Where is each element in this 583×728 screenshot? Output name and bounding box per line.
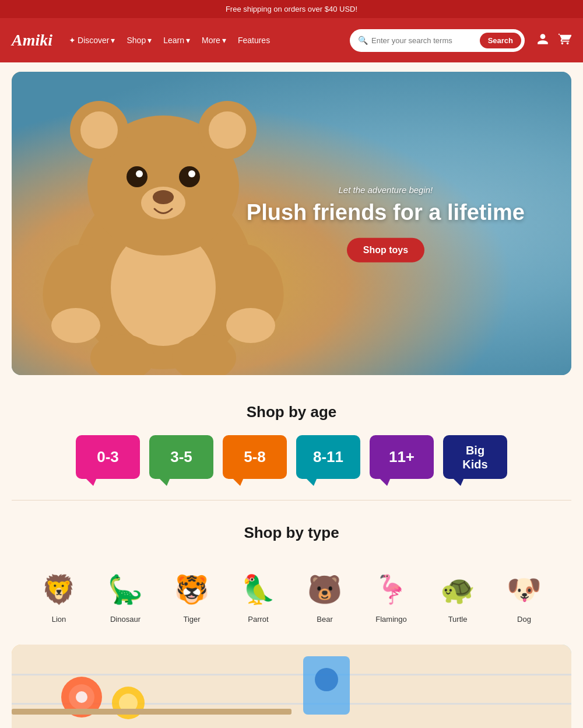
dog-image: 🐶 bbox=[501, 568, 547, 611]
nav-label: Shop bbox=[127, 36, 146, 45]
dinosaur-image: 🦕 bbox=[102, 568, 149, 611]
nav-label: Discover bbox=[78, 36, 109, 45]
nav-item-shop[interactable]: Shop ▾ bbox=[122, 32, 156, 48]
header-icons bbox=[536, 33, 571, 48]
nav-item-discover[interactable]: ✦ Discover ▾ bbox=[64, 32, 120, 48]
type-item-tiger[interactable]: 🐯 Tiger bbox=[166, 568, 218, 624]
svg-point-10 bbox=[188, 170, 195, 177]
banner-text: Free shipping on orders over $40 USD! bbox=[226, 5, 357, 13]
hero-text: Let the adventure begin! Plush friends f… bbox=[247, 185, 525, 262]
turtle-image: 🐢 bbox=[434, 568, 481, 611]
nav: ✦ Discover ▾ Shop ▾ Learn ▾ More ▾ Featu… bbox=[64, 32, 343, 48]
type-item-bear[interactable]: 🐻 Bear bbox=[298, 568, 351, 624]
cart-icon[interactable] bbox=[559, 33, 571, 48]
type-grid: 🦁 Lion 🦕 Dinosaur 🐯 Tiger 🦜 Parrot 🐻 Bea… bbox=[0, 568, 583, 635]
age-badge-5-8[interactable]: 5-8 bbox=[223, 435, 287, 479]
svg-point-18 bbox=[226, 308, 275, 343]
search-button[interactable]: Search bbox=[480, 33, 521, 48]
search-bar: 🔍 Search bbox=[350, 29, 525, 52]
nav-item-learn[interactable]: Learn ▾ bbox=[159, 32, 195, 48]
age-badge-3-5[interactable]: 3-5 bbox=[149, 435, 213, 479]
hero-section: Let the adventure begin! Plush friends f… bbox=[12, 72, 571, 375]
lion-label: Lion bbox=[52, 615, 66, 624]
parrot-image: 🦜 bbox=[235, 568, 282, 611]
type-item-flamingo[interactable]: 🦩 Flamingo bbox=[365, 568, 417, 624]
chevron-down-icon: ▾ bbox=[147, 36, 152, 45]
tiger-image: 🐯 bbox=[168, 568, 215, 611]
header: Amiki ✦ Discover ▾ Shop ▾ Learn ▾ More ▾… bbox=[0, 18, 583, 62]
flamingo-label: Flamingo bbox=[375, 615, 406, 624]
section-divider bbox=[12, 500, 571, 501]
nav-label: Learn bbox=[163, 36, 184, 45]
type-item-dog[interactable]: 🐶 Dog bbox=[498, 568, 550, 624]
svg-point-17 bbox=[51, 308, 100, 343]
age-grid: 0-3 3-5 5-8 8-11 11+ BigKids bbox=[12, 435, 571, 479]
logo[interactable]: Amiki bbox=[12, 31, 52, 50]
svg-point-9 bbox=[136, 170, 143, 177]
lion-image: 🦁 bbox=[36, 568, 82, 611]
top-banner: Free shipping on orders over $40 USD! bbox=[0, 0, 583, 18]
shop-toys-button[interactable]: Shop toys bbox=[347, 237, 424, 262]
svg-point-7 bbox=[127, 166, 147, 187]
age-badge-big-kids[interactable]: BigKids bbox=[443, 435, 507, 479]
parrot-label: Parrot bbox=[248, 615, 268, 624]
chevron-down-icon: ▾ bbox=[186, 36, 190, 45]
chevron-down-icon: ▾ bbox=[222, 36, 226, 45]
chevron-down-icon: ▾ bbox=[111, 36, 115, 45]
type-item-lion[interactable]: 🦁 Lion bbox=[33, 568, 85, 624]
svg-point-4 bbox=[80, 111, 118, 149]
nav-label: Features bbox=[238, 36, 270, 45]
shop-by-type-section: Shop by type bbox=[0, 505, 583, 568]
svg-point-12 bbox=[153, 190, 174, 204]
type-item-dinosaur[interactable]: 🦕 Dinosaur bbox=[99, 568, 152, 624]
account-icon[interactable] bbox=[536, 33, 549, 48]
type-item-parrot[interactable]: 🦜 Parrot bbox=[232, 568, 285, 624]
svg-point-8 bbox=[179, 166, 200, 187]
shop-by-type-title: Shop by type bbox=[12, 524, 571, 542]
svg-rect-21 bbox=[12, 674, 571, 676]
age-badge-0-3[interactable]: 0-3 bbox=[76, 435, 140, 479]
nav-item-more[interactable]: More ▾ bbox=[197, 32, 231, 48]
search-input[interactable] bbox=[371, 36, 476, 45]
dog-label: Dog bbox=[517, 615, 531, 624]
bottom-section-partial bbox=[12, 645, 571, 728]
nav-item-features[interactable]: Features bbox=[233, 32, 275, 48]
svg-point-29 bbox=[315, 668, 338, 691]
turtle-label: Turtle bbox=[448, 615, 468, 624]
flamingo-image: 🦩 bbox=[368, 568, 415, 611]
sparkle-icon: ✦ bbox=[69, 36, 76, 45]
dinosaur-label: Dinosaur bbox=[110, 615, 141, 624]
svg-rect-27 bbox=[12, 709, 292, 715]
svg-point-24 bbox=[76, 691, 87, 703]
svg-point-6 bbox=[209, 111, 246, 149]
hero-subtitle: Let the adventure begin! bbox=[247, 185, 525, 195]
nav-label: More bbox=[202, 36, 220, 45]
search-icon: 🔍 bbox=[358, 36, 368, 45]
bear-image: 🐻 bbox=[301, 568, 348, 611]
shop-by-age-section: Shop by age 0-3 3-5 5-8 8-11 11+ BigKids bbox=[0, 384, 583, 495]
type-item-turtle[interactable]: 🐢 Turtle bbox=[431, 568, 484, 624]
hero-title: Plush friends for a lifetime bbox=[247, 200, 525, 226]
shop-by-age-title: Shop by age bbox=[12, 403, 571, 421]
bear-label: Bear bbox=[317, 615, 332, 624]
age-badge-8-11[interactable]: 8-11 bbox=[296, 435, 360, 479]
tiger-label: Tiger bbox=[183, 615, 200, 624]
age-badge-11-plus[interactable]: 11+ bbox=[370, 435, 434, 479]
